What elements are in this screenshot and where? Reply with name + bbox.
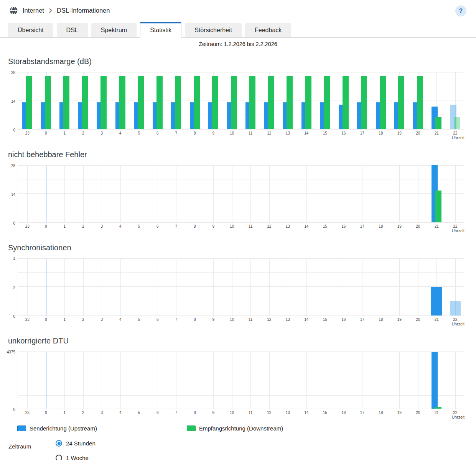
x-axis-label: 22	[453, 317, 457, 322]
x-axis-label: 16	[341, 224, 346, 228]
bar-downstream	[380, 76, 386, 129]
gridline	[176, 352, 176, 409]
midnight-marker-line	[46, 166, 46, 222]
x-axis-label: 3	[101, 224, 103, 228]
gridline	[418, 259, 418, 315]
gridline	[362, 166, 362, 222]
radio-24-stunden[interactable]	[56, 440, 62, 447]
gridline	[120, 259, 121, 315]
breadcrumb-internet[interactable]: Internet	[23, 7, 44, 14]
zeitraum-label: Zeitraum	[8, 440, 56, 460]
gridline	[213, 259, 214, 315]
y-axis-label: 4375	[7, 350, 15, 354]
gridline	[27, 352, 28, 409]
x-axis-label: 10	[230, 411, 234, 415]
legend-label: Empfangsrichtung (Downstream)	[199, 425, 283, 432]
radio-1-woche[interactable]	[56, 455, 62, 460]
x-axis-label: 3	[101, 317, 103, 322]
gridline	[139, 166, 139, 222]
y-axis-label: 28	[11, 71, 15, 75]
x-axis-label: 1	[64, 411, 66, 415]
gridline	[83, 166, 84, 222]
gridline	[455, 352, 456, 409]
gridline	[306, 259, 307, 315]
x-axis-label: 16	[341, 317, 346, 322]
x-axis-label: 23	[25, 411, 30, 415]
x-axis-label: 4	[119, 317, 122, 322]
gridline	[18, 272, 464, 273]
x-axis-label: 1	[64, 131, 66, 135]
x-axis-label: 6	[156, 411, 159, 415]
tab-dsl[interactable]: DSL	[57, 23, 88, 37]
gridline	[381, 166, 381, 222]
x-axis-label: 17	[360, 131, 364, 135]
bar-downstream	[249, 76, 255, 129]
x-axis-label: 19	[397, 317, 402, 322]
x-axis-label: 10	[230, 131, 234, 135]
gridline	[18, 369, 464, 369]
x-axis-label: 7	[175, 224, 178, 228]
bar-downstream	[435, 117, 441, 129]
chart-section: Störabstandsmarge (dB)014282301234567891…	[8, 56, 464, 140]
x-axis-label: 15	[323, 131, 327, 135]
x-axis-label: 13	[286, 224, 290, 228]
gridline	[213, 166, 214, 222]
zeitraum-options: 24 Stunden 1 Woche	[56, 440, 96, 460]
period-text: Zeitraum: 1.2.2026 bis 2.2.2026	[0, 41, 476, 47]
y-axis-label: 2	[13, 286, 15, 290]
x-axis-label: 7	[175, 411, 178, 415]
x-axis-label: 13	[286, 317, 290, 322]
gridline	[213, 352, 214, 409]
gridline	[232, 166, 232, 222]
x-axis-label: 15	[323, 411, 327, 415]
bar-downstream	[417, 76, 423, 129]
gridline	[269, 352, 270, 409]
bar-downstream	[26, 76, 32, 129]
x-axis-label: 20	[416, 224, 420, 228]
x-axis-label: 9	[212, 411, 215, 415]
y-axis-label: 28	[11, 164, 15, 168]
x-axis-label: 3	[101, 411, 103, 415]
radio-option-24-stunden[interactable]: 24 Stunden	[56, 440, 96, 447]
x-axis-label: 1	[64, 317, 66, 322]
gridline	[250, 352, 251, 409]
x-axis-label: 9	[212, 131, 215, 135]
bar-downstream	[156, 76, 163, 129]
radio-option-1-woche[interactable]: 1 Woche	[56, 455, 96, 460]
tab-spektrum[interactable]: Spektrum	[91, 23, 137, 37]
tab-statistik[interactable]: Statistik	[140, 22, 181, 38]
x-axis-label: 11	[249, 131, 252, 135]
gridline	[18, 382, 464, 382]
gridline	[176, 166, 176, 222]
x-axis-label: 6	[156, 317, 159, 322]
x-axis-label: 2	[82, 317, 84, 322]
y-axis-label: 14	[11, 99, 15, 104]
x-axis-label: 12	[267, 411, 271, 415]
gridline	[120, 166, 121, 222]
gridline	[381, 259, 381, 315]
x-axis-unit-label: Uhrzeit	[452, 415, 464, 419]
chart-section: unkorrigierte DTU04375230123456789101112…	[8, 336, 464, 420]
bar-downstream	[268, 76, 274, 129]
chart-section: nicht behebbare Fehler014282301234567891…	[8, 150, 464, 233]
x-axis-label: 17	[360, 411, 364, 415]
gridline	[269, 166, 270, 222]
help-button[interactable]: ?	[455, 5, 466, 16]
x-axis-label: 21	[435, 411, 439, 415]
gridline	[306, 166, 307, 222]
bar-downstream	[435, 407, 441, 409]
bar-value	[450, 301, 461, 316]
gridline	[344, 166, 344, 222]
x-axis-label: 8	[194, 224, 196, 228]
plot-wrap: 0242301234567891011121314151617181920212…	[18, 258, 464, 327]
tab-feedback[interactable]: Feedback	[245, 23, 291, 37]
x-axis-label: 18	[379, 131, 383, 135]
x-axis-unit-label: Uhrzeit	[452, 322, 464, 326]
gridline	[381, 352, 381, 409]
plot-wrap: 0437523012345678910111213141516171819202…	[18, 352, 464, 420]
x-axis-label: 5	[138, 224, 140, 228]
gridline	[120, 352, 121, 409]
tab-ubersicht[interactable]: Übersicht	[8, 23, 53, 37]
bar-downstream	[100, 76, 107, 129]
tab-storsicherheit[interactable]: Störsicherheit	[185, 23, 242, 37]
